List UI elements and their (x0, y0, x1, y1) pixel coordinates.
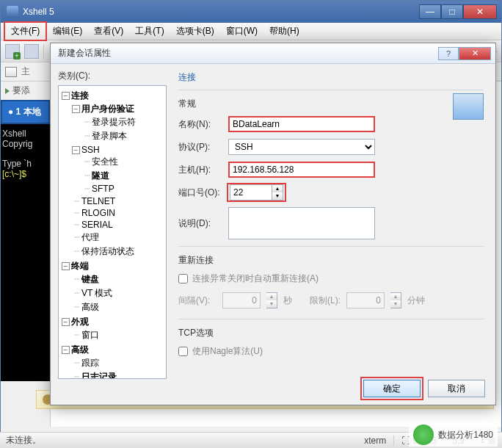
connection-icon (453, 93, 484, 120)
open-icon[interactable] (24, 44, 39, 59)
dialog-titlebar[interactable]: 新建会话属性 ? ✕ (51, 43, 495, 64)
status-connection: 未连接。 (6, 434, 41, 447)
tree-log[interactable]: 日志记录 (81, 372, 117, 379)
toolbar-separator (43, 44, 44, 59)
tree-window[interactable]: 窗口 (81, 330, 99, 340)
tree-proxy[interactable]: 代理 (81, 232, 99, 242)
menu-window[interactable]: 窗口(W) (220, 23, 263, 40)
tree-ssh-security[interactable]: 安全性 (92, 156, 118, 167)
tree-serial[interactable]: SERIAL (81, 220, 113, 230)
port-label: 端口号(O): (178, 187, 228, 199)
menu-help[interactable]: 帮助(H) (263, 23, 305, 40)
group-general: 常规 (178, 98, 484, 110)
tree-advanced[interactable]: 高级 (71, 344, 89, 355)
panel-hint: 要添 (1, 82, 50, 100)
cancel-button[interactable]: 取消 (428, 380, 485, 397)
tree-trace[interactable]: 跟踪 (81, 358, 99, 368)
new-session-dialog: 新建会话属性 ? ✕ 类别(C): −连接 −用户身份验证 ┈登录提示符 ┈登录… (50, 43, 496, 405)
interval-label: 间隔(V): (178, 295, 217, 307)
protocol-select[interactable]: SSH (228, 139, 375, 155)
titlebar[interactable]: Xshell 5 — □ ✕ (1, 1, 501, 23)
interval-unit: 秒 (283, 295, 292, 307)
name-label: 名称(N): (178, 118, 228, 131)
tree-ssh-tunnel[interactable]: 隧道 (92, 170, 109, 181)
tree-connection[interactable]: 连接 (71, 90, 89, 101)
category-label: 类别(C): (58, 70, 167, 82)
tree-ssh[interactable]: SSH (81, 145, 100, 155)
window-title: Xshell 5 (23, 7, 419, 17)
host-input[interactable] (228, 162, 375, 178)
close-button[interactable]: ✕ (463, 4, 497, 19)
limit-input[interactable] (346, 292, 385, 308)
watermark-text: 数据分析1480 (438, 429, 493, 441)
interval-input[interactable] (222, 292, 261, 308)
settings-pane: 连接 常规 名称(N): 协议(P): SSH 主机(H): 端口号(O): ▲… (174, 70, 488, 368)
tree-keyboard[interactable]: 键盘 (81, 274, 99, 284)
menu-file[interactable]: 文件(F) (4, 21, 47, 41)
session-panel: 要添 ● 1 本地 Xshell Copyrig Type `h [c:\~]$ (1, 82, 51, 427)
tree-login-prompt[interactable]: 登录提示符 (92, 117, 136, 127)
wechat-icon (413, 424, 434, 445)
dialog-help-button[interactable]: ? (438, 47, 459, 60)
watermark: 数据分析1480 (409, 423, 498, 447)
dialog-close-button[interactable]: ✕ (459, 47, 491, 60)
reconnect-checkbox[interactable] (178, 274, 188, 283)
tree-appearance[interactable]: 外观 (71, 317, 89, 327)
name-input[interactable] (228, 116, 375, 132)
status-term-type: xterm (364, 436, 386, 446)
group-tcp: TCP选项 (178, 327, 484, 339)
section-title: 连接 (178, 71, 484, 84)
tree-terminal-advanced[interactable]: 高级 (81, 302, 99, 312)
description-input[interactable] (228, 207, 375, 239)
tree-telnet[interactable]: TELNET (81, 196, 115, 206)
dialog-title: 新建会话属性 (58, 47, 438, 59)
ok-button[interactable]: 确定 (363, 380, 421, 397)
protocol-label: 协议(P): (178, 141, 228, 153)
menu-view[interactable]: 查看(V) (88, 23, 129, 40)
host-label: 主机(H): (178, 164, 228, 176)
port-input[interactable] (230, 184, 272, 200)
menubar: 文件(F) 编辑(E) 查看(V) 工具(T) 选项卡(B) 窗口(W) 帮助(… (1, 23, 501, 40)
home-icon[interactable] (5, 67, 17, 77)
limit-label: 限制(L): (310, 295, 341, 307)
reconnect-label: 连接异常关闭时自动重新连接(A) (192, 272, 319, 285)
tree-rlogin[interactable]: RLOGIN (81, 208, 115, 218)
tree-vt-mode[interactable]: VT 模式 (81, 288, 112, 298)
menu-edit[interactable]: 编辑(E) (47, 23, 88, 40)
tree-auth[interactable]: 用户身份验证 (81, 104, 134, 114)
tree-keepalive[interactable]: 保持活动状态 (81, 246, 134, 256)
nagle-label: 使用Nagle算法(U) (192, 345, 263, 358)
arrow-icon (5, 88, 10, 94)
menu-tools[interactable]: 工具(T) (129, 23, 170, 40)
limit-spinner[interactable]: ▲▼ (390, 292, 401, 308)
limit-unit: 分钟 (407, 295, 425, 307)
minimize-button[interactable]: — (419, 4, 441, 19)
session-tab-local[interactable]: ● 1 本地 (1, 100, 50, 124)
port-spinner[interactable]: ▲▼ (272, 184, 283, 200)
tree-terminal[interactable]: 终端 (71, 261, 89, 271)
tree-login-script[interactable]: 登录脚本 (92, 131, 127, 141)
description-label: 说明(D): (178, 217, 228, 230)
maximize-button[interactable]: □ (441, 4, 463, 19)
terminal-preview: Xshell Copyrig Type `h [c:\~]$ (1, 124, 50, 381)
new-session-icon[interactable] (5, 44, 20, 59)
menu-tabs[interactable]: 选项卡(B) (170, 23, 220, 40)
group-reconnect: 重新连接 (178, 254, 484, 267)
nagle-checkbox[interactable] (178, 347, 188, 356)
expand-icon[interactable]: − (62, 92, 70, 100)
address-label: 主 (21, 65, 30, 78)
interval-spinner[interactable]: ▲▼ (266, 292, 277, 308)
category-tree[interactable]: −连接 −用户身份验证 ┈登录提示符 ┈登录脚本 −SSH ┈安全性 (58, 85, 167, 379)
tree-ssh-sftp[interactable]: SFTP (92, 184, 114, 194)
app-icon (7, 6, 18, 18)
